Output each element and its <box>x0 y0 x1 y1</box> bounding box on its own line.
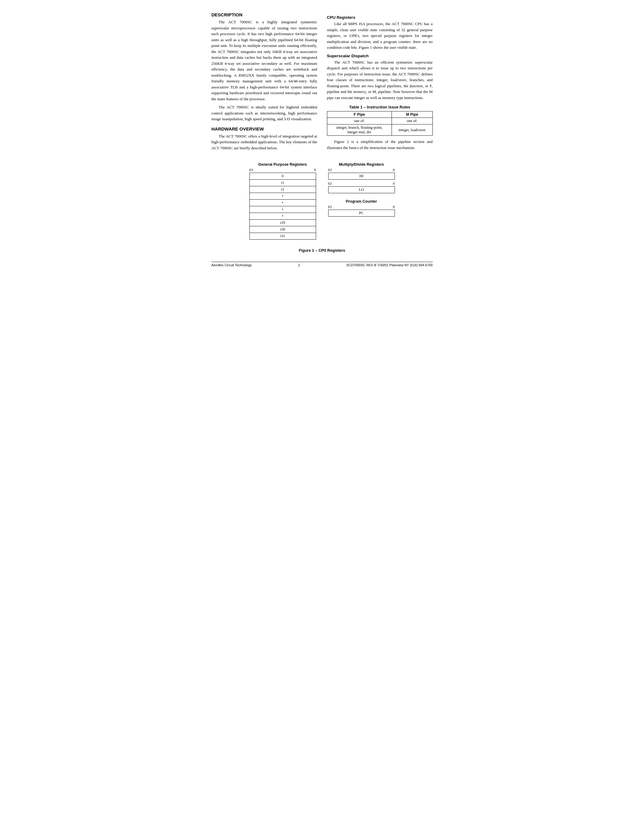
table-cell: one of: <box>327 118 392 124</box>
gpr-row-dot1: • <box>250 193 316 199</box>
table-cell: one of: <box>392 118 433 124</box>
pc-title: Program Counter <box>346 199 377 204</box>
multiply-divide-diagram: Multiply/Divide Registers 63 0 HI 63 0 L… <box>328 162 395 193</box>
gpr-title: General Purpose Registers <box>258 162 307 167</box>
gpr-bit-labels: 63 0 <box>250 168 316 172</box>
md-title: Multiply/Divide Registers <box>339 162 384 167</box>
hardware-title: HARDWARE OVERVIEW <box>211 126 317 132</box>
gpr-diagram: General Purpose Registers 63 0 0 r1 r2 •… <box>250 162 316 240</box>
hi-bit-low: 0 <box>393 168 395 172</box>
hi-bit-labels: 63 0 <box>328 168 395 172</box>
figure-caption: Figure 1 – CP0 Registers <box>211 248 433 252</box>
hi-bit-high: 63 <box>328 168 332 172</box>
lo-bit-labels: 63 0 <box>328 182 395 186</box>
table-cell-fpipe-ops: integer, branch, floating-point,integer … <box>327 124 392 136</box>
gpr-bit-low: 0 <box>314 168 316 172</box>
hi-register: HI <box>328 173 395 180</box>
instruction-issue-table: F Pipe M Pipe one of: one of: integer, b… <box>327 111 433 136</box>
gpr-rows: 0 r1 r2 • • • • r29 r30 r31 <box>250 173 316 240</box>
gpr-row-dot2: • <box>250 199 316 206</box>
pc-register: PC <box>328 210 395 217</box>
right-column: CPU Registers Like all MIPS ISA processo… <box>327 12 433 153</box>
page: DESCRIPTION The ACT 7000SC is a highly i… <box>211 12 433 267</box>
lo-bit-high: 63 <box>328 182 332 186</box>
left-column: DESCRIPTION The ACT 7000SC is a highly i… <box>211 12 317 153</box>
pc-bit-labels: 63 0 <box>328 205 395 209</box>
lo-bit-low: 0 <box>393 182 395 186</box>
table-row: one of: one of: <box>327 118 433 124</box>
footer-center: 2 <box>298 263 300 267</box>
description-para-1: The ACT 7000SC is a highly integrated sy… <box>211 19 317 102</box>
right-diagrams: Multiply/Divide Registers 63 0 HI 63 0 L… <box>328 162 395 217</box>
two-col-top: DESCRIPTION The ACT 7000SC is a highly i… <box>211 12 433 153</box>
table-row: integer, branch, floating-point,integer … <box>327 124 433 136</box>
gpr-row-0: 0 <box>250 173 316 180</box>
footer-left: Aeroflex Circuit Technology <box>211 263 252 267</box>
description-para-2: The ACT 7000SC is ideally suited for hig… <box>211 104 317 122</box>
table-header-fpipe: F Pipe <box>327 111 392 118</box>
gpr-row-r31: r31 <box>250 233 316 240</box>
figure-section: General Purpose Registers 63 0 0 r1 r2 •… <box>211 162 433 240</box>
gpr-bit-high: 63 <box>250 168 253 172</box>
table-header-mpipe: M Pipe <box>392 111 433 118</box>
gpr-row-r1: r1 <box>250 180 316 186</box>
lo-register: LO <box>328 186 395 193</box>
superscalar-para-2: Figure 2 is a simplification of the pipe… <box>327 139 433 151</box>
cpu-registers-title: CPU Registers <box>327 15 433 20</box>
footer: Aeroflex Circuit Technology 2 SCD7000SC … <box>211 262 433 267</box>
pc-bit-high: 63 <box>328 205 332 209</box>
description-title: DESCRIPTION <box>211 12 317 17</box>
superscalar-title: Superscalar Dispatch <box>327 54 433 58</box>
gpr-row-dot4: • <box>250 213 316 220</box>
gpr-row-r2: r2 <box>250 186 316 193</box>
table1-title: Table 1 – Instruction Issue Rules <box>327 105 433 109</box>
cpu-registers-para: Like all MIPS ISA processors, the ACT 70… <box>327 21 433 51</box>
pc-bit-low: 0 <box>393 205 395 209</box>
hardware-para-1: The ACT 7000SC offers a high-level of in… <box>211 133 317 151</box>
superscalar-para-1: The ACT 7000SC has an efficient symmetri… <box>327 60 433 101</box>
gpr-row-r29: r29 <box>250 220 316 226</box>
program-counter-diagram: Program Counter 63 0 PC <box>328 199 395 217</box>
gpr-row-dot3: • <box>250 206 316 213</box>
gpr-row-r30: r30 <box>250 226 316 233</box>
table-cell-mpipe-ops: integer, load/store <box>392 124 433 136</box>
footer-right: SCD7000SC REV B 7/30/01 Plainview NY (51… <box>346 263 433 267</box>
